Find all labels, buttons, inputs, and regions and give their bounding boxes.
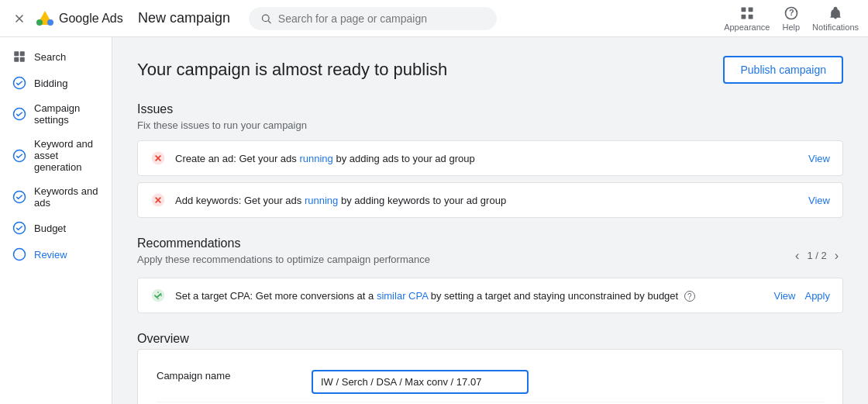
- sidebar-review-label: Review: [34, 249, 67, 261]
- topbar-actions: Appearance ? Help Notifications: [724, 5, 859, 32]
- rec-cpa-suffix: by setting a target and staying unconstr…: [431, 290, 678, 302]
- sidebar-search-label: Search: [34, 51, 66, 63]
- svg-point-22: [14, 249, 26, 261]
- rec-cpa-key: Set a target CPA:: [175, 290, 253, 302]
- issue-create-ad-text: Create an ad: Get your ads running by ad…: [175, 153, 793, 164]
- topbar: Google Ads New campaign Appearance ? Hel…: [0, 0, 868, 37]
- svg-line-6: [268, 20, 270, 22]
- rec-cpa-icon: [150, 288, 166, 303]
- svg-point-4: [36, 19, 43, 26]
- sidebar-budget-label: Budget: [34, 223, 66, 234]
- rec-info-icon[interactable]: ?: [684, 291, 695, 302]
- check-keywords-ads-icon: [12, 190, 26, 204]
- rec-cpa-prefix: Get more conversions at a: [256, 290, 377, 302]
- campaign-header: Your campaign is almost ready to publish…: [137, 56, 843, 84]
- check-campaign-settings-icon: [12, 107, 26, 121]
- rec-pagination: ‹ 1 / 2 ›: [790, 247, 843, 264]
- search-input[interactable]: [278, 12, 485, 25]
- check-bidding-icon: [12, 76, 26, 90]
- notifications-button[interactable]: Notifications: [812, 5, 859, 32]
- issue-create-ad-link[interactable]: running: [299, 153, 332, 164]
- rec-title: Recommendations: [137, 237, 430, 250]
- issues-section: Issues Fix these issues to run your camp…: [137, 102, 843, 218]
- app-name: Google Ads: [59, 12, 123, 26]
- help-label: Help: [782, 22, 800, 32]
- close-button[interactable]: [9, 9, 29, 29]
- notifications-icon: [828, 5, 843, 21]
- rec-view-link[interactable]: View: [774, 290, 796, 302]
- campaign-name-input[interactable]: [312, 370, 529, 394]
- issue-ad-icon: [150, 150, 166, 166]
- rec-next-button[interactable]: ›: [830, 247, 843, 264]
- rec-cpa-text: Set a target CPA: Get more conversions a…: [175, 290, 759, 302]
- search-sidebar-icon: [12, 50, 26, 64]
- svg-rect-14: [20, 51, 25, 56]
- google-ads-logo: Google Ads: [36, 9, 123, 28]
- rec-header: Recommendations Apply these recommendati…: [137, 237, 843, 275]
- search-icon: [260, 12, 272, 25]
- svg-rect-15: [14, 57, 19, 62]
- help-button[interactable]: ? Help: [782, 5, 800, 32]
- svg-text:?: ?: [789, 8, 794, 17]
- rec-apply-button[interactable]: Apply: [804, 290, 830, 302]
- help-icon: ?: [784, 5, 799, 21]
- issue-add-keywords-prefix: Get your ads: [244, 195, 305, 206]
- svg-rect-10: [748, 14, 753, 19]
- issues-title: Issues: [137, 102, 843, 116]
- rec-actions: View Apply: [768, 290, 830, 302]
- google-ads-icon: [36, 9, 54, 28]
- sidebar: Search Bidding Campaign settings Keyword: [0, 37, 112, 404]
- issue-add-keywords: Add keywords: Get your ads running by ad…: [137, 182, 843, 218]
- rec-cpa-link[interactable]: similar CPA: [377, 290, 428, 302]
- page-title: New campaign: [138, 10, 230, 26]
- publish-campaign-button[interactable]: Publish campaign: [723, 56, 843, 84]
- check-keyword-asset-icon: [12, 149, 26, 163]
- recommendations-section: Recommendations Apply these recommendati…: [137, 237, 843, 313]
- check-budget-icon: [12, 221, 26, 235]
- overview-section: Overview Campaign name Campaign type Sea…: [137, 332, 843, 404]
- sidebar-item-bidding[interactable]: Bidding: [0, 70, 112, 96]
- appearance-button[interactable]: Appearance: [724, 5, 770, 32]
- circle-review-icon: [12, 247, 26, 261]
- svg-rect-16: [20, 57, 25, 62]
- appearance-icon: [739, 5, 755, 21]
- rec-card: Set a target CPA: Get more conversions a…: [137, 278, 843, 313]
- overview-campaign-name-label: Campaign name: [157, 370, 312, 382]
- sidebar-item-review[interactable]: Review: [0, 241, 112, 268]
- sidebar-item-search[interactable]: Search: [0, 43, 112, 70]
- appearance-label: Appearance: [724, 22, 770, 32]
- issue-add-keywords-link[interactable]: running: [305, 195, 338, 206]
- sidebar-item-campaign-settings[interactable]: Campaign settings: [0, 96, 112, 132]
- issue-create-ad-prefix: Get your ads: [239, 153, 299, 164]
- svg-point-5: [263, 15, 270, 22]
- rec-subtitle: Apply these recommendations to optimize …: [137, 254, 430, 265]
- svg-rect-8: [748, 7, 753, 12]
- svg-rect-13: [14, 51, 19, 56]
- issue-create-ad-key: Create an ad:: [175, 153, 236, 164]
- overview-title: Overview: [137, 332, 843, 346]
- issue-create-ad-view-link[interactable]: View: [808, 153, 830, 164]
- sidebar-item-budget[interactable]: Budget: [0, 215, 112, 241]
- rec-page-indicator: 1 / 2: [807, 250, 826, 261]
- overview-row-campaign-name: Campaign name: [157, 362, 824, 402]
- issue-create-ad: Create an ad: Get your ads running by ad…: [137, 140, 843, 176]
- topbar-left: Google Ads: [9, 9, 126, 29]
- issue-add-keywords-key: Add keywords:: [175, 195, 241, 206]
- sidebar-keyword-asset-label: Keyword and asset generation: [34, 138, 99, 173]
- issue-keywords-icon: [150, 192, 166, 208]
- search-bar[interactable]: [249, 7, 497, 30]
- svg-point-3: [47, 19, 53, 26]
- rec-prev-button[interactable]: ‹: [790, 247, 804, 264]
- svg-rect-9: [741, 14, 746, 19]
- issue-add-keywords-text: Add keywords: Get your ads running by ad…: [175, 195, 793, 206]
- sidebar-item-keywords-ads[interactable]: Keywords and ads: [0, 179, 112, 215]
- sidebar-item-keyword-asset[interactable]: Keyword and asset generation: [0, 132, 112, 179]
- issue-add-keywords-suffix: by adding keywords to your ad group: [341, 195, 506, 206]
- layout: Search Bidding Campaign settings Keyword: [0, 37, 868, 404]
- issue-add-keywords-view-link[interactable]: View: [808, 195, 830, 206]
- sidebar-keywords-ads-label: Keywords and ads: [34, 185, 99, 209]
- notifications-label: Notifications: [812, 22, 859, 32]
- campaign-title: Your campaign is almost ready to publish: [137, 60, 447, 80]
- sidebar-campaign-settings-label: Campaign settings: [34, 102, 99, 126]
- sidebar-bidding-label: Bidding: [34, 78, 67, 89]
